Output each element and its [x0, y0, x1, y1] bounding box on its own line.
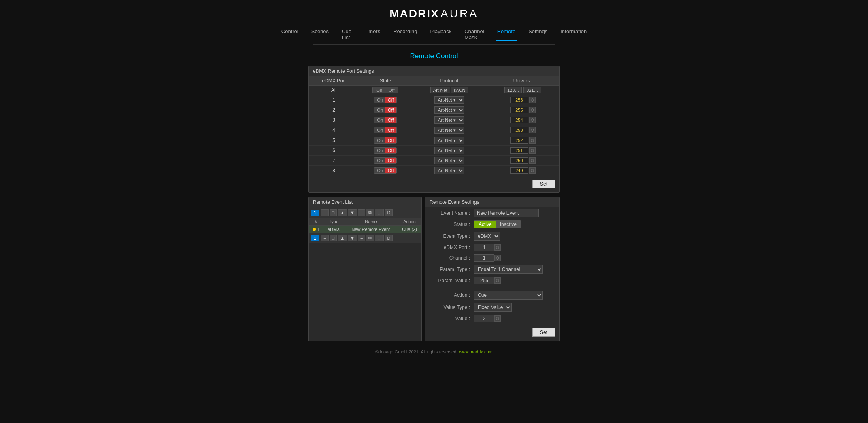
universe-input[interactable]	[510, 117, 528, 123]
status-active-btn[interactable]: Active	[474, 221, 496, 228]
state-toggle[interactable]: OnOff	[374, 117, 396, 123]
all-sacn-btn[interactable]: sACN	[451, 87, 468, 93]
universe-input[interactable]	[510, 157, 528, 164]
off-btn[interactable]: Off	[385, 117, 396, 123]
universe-input[interactable]	[510, 137, 528, 144]
universe-input[interactable]	[510, 97, 528, 103]
all-on-btn[interactable]: On	[373, 87, 385, 93]
on-btn[interactable]: On	[374, 107, 385, 113]
tb-add[interactable]: +	[321, 209, 328, 216]
nav-item-recording[interactable]: Recording	[391, 27, 419, 41]
protocol-select[interactable]: Art-Net ▾	[434, 96, 464, 104]
settings-set-button[interactable]: Set	[532, 328, 555, 337]
tb2-up[interactable]: ▲	[338, 235, 347, 241]
state-toggle[interactable]: OnOff	[374, 137, 396, 144]
tb2-d[interactable]: D	[385, 235, 393, 241]
off-btn[interactable]: Off	[385, 158, 396, 163]
universe-spin[interactable]: ⬡	[529, 127, 536, 133]
off-btn[interactable]: Off	[385, 137, 396, 143]
all-univ1-btn[interactable]: 123…	[504, 87, 522, 93]
tb-copy[interactable]: □	[330, 209, 337, 216]
state-toggle[interactable]: OnOff	[374, 167, 396, 174]
tb2-ungroup[interactable]: ⬚	[375, 235, 384, 241]
all-artnet-btn[interactable]: Art-Net	[430, 87, 450, 93]
state-toggle[interactable]: OnOff	[374, 107, 396, 113]
state-toggle[interactable]: OnOff	[374, 97, 396, 103]
tb-down[interactable]: ▼	[348, 209, 357, 216]
nav-item-scenes[interactable]: Scenes	[310, 27, 330, 41]
footer-link[interactable]: www.madrix.com	[459, 349, 493, 354]
protocol-select[interactable]: Art-Net ▾	[434, 167, 464, 174]
off-btn[interactable]: Off	[385, 127, 396, 133]
param-type-select[interactable]: Equal To 1 Channel	[474, 265, 543, 274]
nav-item-information[interactable]: Information	[559, 27, 588, 41]
on-btn[interactable]: On	[374, 168, 385, 173]
universe-spin[interactable]: ⬡	[529, 117, 536, 123]
nav-item-channel-mask[interactable]: Channel Mask	[463, 27, 485, 41]
tb2-group[interactable]: ⧉	[366, 235, 374, 241]
tb-remove[interactable]: −	[358, 209, 365, 216]
protocol-select[interactable]: Art-Net ▾	[434, 106, 464, 114]
protocol-select[interactable]: Art-Net ▾	[434, 116, 464, 124]
off-btn[interactable]: Off	[385, 168, 396, 173]
tb-d[interactable]: D	[385, 209, 393, 216]
on-btn[interactable]: On	[374, 97, 385, 103]
tb2-remove[interactable]: −	[358, 235, 365, 241]
tb2-copy[interactable]: □	[330, 235, 337, 241]
edMX-set-button[interactable]: Set	[532, 180, 555, 188]
nav-item-control[interactable]: Control	[280, 27, 300, 41]
value-type-select[interactable]: Fixed Value	[474, 303, 512, 312]
event-type-select[interactable]: eDMX	[474, 232, 500, 241]
channel-input[interactable]	[474, 254, 494, 262]
state-toggle[interactable]: OnOff	[374, 127, 396, 133]
status-inactive-btn[interactable]: Inactive	[496, 221, 521, 228]
protocol-select[interactable]: Art-Net ▾	[434, 127, 464, 134]
universe-spin[interactable]: ⬡	[529, 167, 536, 174]
edMX-port-input[interactable]	[474, 244, 494, 251]
state-toggle[interactable]: OnOff	[374, 147, 396, 154]
on-btn[interactable]: On	[374, 148, 385, 153]
universe-spin[interactable]: ⬡	[529, 97, 536, 103]
protocol-select[interactable]: Art-Net ▾	[434, 137, 464, 144]
universe-input[interactable]	[510, 147, 528, 154]
nav-item-settings[interactable]: Settings	[527, 27, 549, 41]
nav-item-playback[interactable]: Playback	[428, 27, 453, 41]
state-toggle[interactable]: OnOff	[374, 157, 396, 164]
on-btn[interactable]: On	[374, 117, 385, 123]
on-btn[interactable]: On	[374, 127, 385, 133]
tb-up[interactable]: ▲	[338, 209, 347, 216]
tb2-add[interactable]: +	[321, 235, 328, 241]
universe-spin[interactable]: ⬡	[529, 107, 536, 113]
universe-spin[interactable]: ⬡	[529, 137, 536, 144]
tb2-down[interactable]: ▼	[348, 235, 357, 241]
on-btn[interactable]: On	[374, 158, 385, 163]
universe-input[interactable]	[510, 167, 528, 174]
all-off-btn[interactable]: Off	[385, 87, 398, 93]
value-input[interactable]	[474, 315, 494, 322]
off-btn[interactable]: Off	[385, 97, 396, 103]
tb-group[interactable]: ⧉	[366, 209, 374, 216]
table-row[interactable]: 1 eDMX New Remote Event Cue (2)	[309, 226, 421, 233]
nav-item-cue-list[interactable]: Cue List	[340, 27, 353, 41]
nav-item-timers[interactable]: Timers	[363, 27, 382, 41]
edMX-port-spin-btn[interactable]: ⬡	[494, 244, 501, 251]
all-state-toggle[interactable]: On Off	[372, 87, 398, 93]
universe-spin[interactable]: ⬡	[529, 157, 536, 164]
off-btn[interactable]: Off	[385, 148, 396, 153]
tb-ungroup[interactable]: ⬚	[375, 209, 384, 216]
protocol-select[interactable]: Art-Net ▾	[434, 157, 464, 164]
nav-item-remote[interactable]: Remote	[496, 27, 517, 41]
universe-spin[interactable]: ⬡	[529, 147, 536, 154]
universe-input[interactable]	[510, 127, 528, 133]
param-value-input[interactable]	[474, 277, 494, 284]
value-spin-btn[interactable]: ⬡	[494, 315, 501, 322]
event-name-input[interactable]	[474, 209, 539, 217]
protocol-select[interactable]: Art-Net ▾	[434, 147, 464, 154]
all-univ2-btn[interactable]: 321…	[523, 87, 541, 93]
off-btn[interactable]: Off	[385, 107, 396, 113]
param-value-spin-btn[interactable]: ⬡	[494, 277, 501, 284]
universe-input[interactable]	[510, 107, 528, 113]
on-btn[interactable]: On	[374, 137, 385, 143]
action-select[interactable]: Cue	[474, 291, 543, 300]
channel-spin-btn[interactable]: ⬡	[494, 255, 501, 261]
